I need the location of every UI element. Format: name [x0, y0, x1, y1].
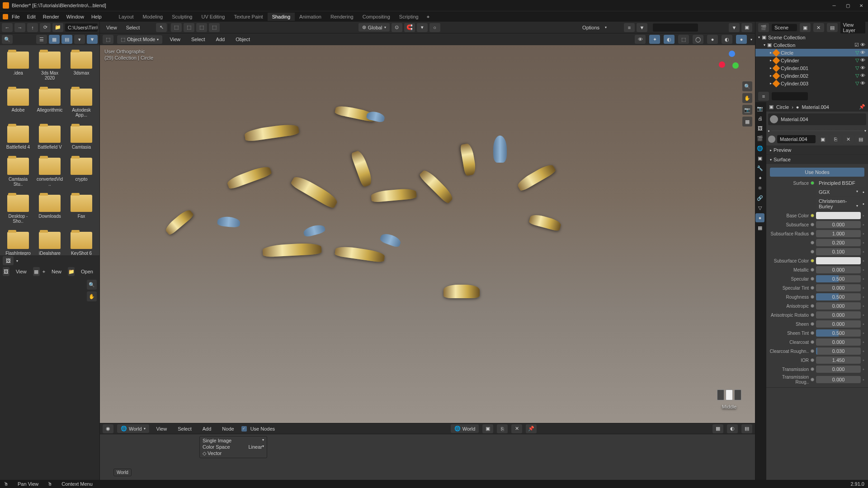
- folder-item[interactable]: Desktop - Sho..: [4, 192, 33, 226]
- outliner-item[interactable]: ▸Cylinder.002▽👁: [755, 72, 868, 80]
- material-slot-list[interactable]: Material.004: [768, 113, 866, 125]
- keyframe-dot-icon[interactable]: •: [863, 249, 866, 254]
- tab-sculpting[interactable]: Sculpting: [167, 13, 197, 21]
- tab-render-icon[interactable]: 📷: [755, 104, 764, 113]
- use-nodes-button[interactable]: Use Nodes: [770, 168, 864, 177]
- nav-gizmo[interactable]: [719, 51, 746, 78]
- tab-compositing[interactable]: Compositing: [358, 13, 395, 21]
- value-slider[interactable]: 0.030: [816, 347, 861, 355]
- properties-search[interactable]: [772, 92, 808, 100]
- display-grid-icon[interactable]: ▦: [49, 35, 60, 44]
- copy-world-icon[interactable]: ⎘: [497, 424, 508, 433]
- socket-icon[interactable]: [811, 214, 814, 217]
- socket-icon[interactable]: [811, 331, 814, 335]
- socket-icon[interactable]: [811, 295, 814, 299]
- value-slider[interactable]: 0.000: [816, 221, 861, 228]
- view-menu[interactable]: View: [103, 23, 121, 32]
- xray-icon[interactable]: ⬚: [678, 35, 689, 44]
- socket-icon[interactable]: [811, 313, 814, 317]
- keyframe-dot-icon[interactable]: •: [863, 303, 866, 309]
- zoom-viewport-icon[interactable]: 🔍: [742, 81, 752, 91]
- path-input[interactable]: C:\Users\Tim\Docume...: [65, 23, 98, 32]
- select-mode-1-icon[interactable]: ⬚: [171, 23, 182, 32]
- pivot-icon[interactable]: ⊙: [392, 23, 402, 32]
- cursor-tool-icon[interactable]: ↖: [156, 23, 167, 32]
- eye-icon[interactable]: 👁: [860, 42, 865, 48]
- folder-item[interactable]: Battlefield 4: [4, 123, 33, 152]
- value-slider[interactable]: 0.000: [816, 284, 861, 291]
- mode-dropdown[interactable]: ⬚Object Mode▾: [117, 35, 162, 44]
- tab-texture-icon[interactable]: ▦: [755, 223, 764, 232]
- eye-icon[interactable]: 👁: [860, 80, 865, 86]
- keyframe-dot-icon[interactable]: •: [863, 213, 866, 218]
- outliner-item[interactable]: ▸Circle▽👁: [755, 49, 868, 56]
- shade-render-icon[interactable]: ●: [736, 35, 747, 44]
- folder-item[interactable]: Allegorithmic: [35, 86, 64, 120]
- socket-icon[interactable]: [811, 277, 814, 281]
- image-view-menu[interactable]: View: [12, 267, 30, 276]
- view-menu-vp[interactable]: View: [166, 35, 184, 43]
- keyframe-dot-icon[interactable]: •: [863, 312, 866, 318]
- value-slider[interactable]: 1.450: [816, 357, 861, 364]
- tab-output-icon[interactable]: 🖨: [755, 114, 764, 123]
- subsurface-method-dropdown[interactable]: Christensen-Burley▾: [816, 197, 861, 210]
- object-menu-vp[interactable]: Object: [232, 35, 254, 43]
- keyframe-dot-icon[interactable]: •: [863, 321, 866, 327]
- new-material-icon[interactable]: ▣: [817, 135, 828, 144]
- folder-item[interactable]: Adobe: [4, 86, 33, 120]
- use-nodes-checkbox[interactable]: ✓: [241, 426, 247, 432]
- keyframe-dot-icon[interactable]: •: [863, 276, 866, 282]
- back-button[interactable]: ←: [2, 23, 13, 32]
- socket-icon[interactable]: [811, 340, 814, 344]
- perspective-icon[interactable]: ▦: [742, 117, 752, 127]
- select-mode-4-icon[interactable]: ⬚: [209, 23, 220, 32]
- socket-icon[interactable]: [811, 241, 814, 244]
- folder-item[interactable]: FlashIntegro: [4, 229, 33, 255]
- value-slider[interactable]: 1.000: [816, 230, 861, 237]
- viewlayer-name[interactable]: View Layer: [840, 21, 866, 34]
- tab-data-icon[interactable]: ▽: [755, 203, 764, 212]
- keyframe-dot-icon[interactable]: •: [863, 294, 866, 300]
- folder-item[interactable]: Downloads: [35, 192, 64, 226]
- node-add-menu[interactable]: Add: [199, 425, 215, 433]
- new-collection-icon[interactable]: ▣: [741, 23, 752, 32]
- node-select-menu[interactable]: Select: [174, 425, 195, 433]
- node-view-menu[interactable]: View: [153, 425, 171, 433]
- pan-icon[interactable]: ✋: [87, 291, 97, 301]
- outliner[interactable]: ▾ ▣ Scene Collection ▾ ▣ Collection ☑👁 ▸…: [755, 33, 868, 90]
- socket-icon[interactable]: [811, 367, 814, 371]
- selectability-icon[interactable]: 👁: [635, 35, 646, 44]
- value-slider[interactable]: 0.000: [816, 311, 861, 319]
- material-name-input[interactable]: Material.004: [777, 135, 816, 143]
- value-slider[interactable]: 0.500: [816, 329, 861, 337]
- shade-solid-icon[interactable]: ●: [707, 35, 718, 44]
- menu-help[interactable]: Help: [88, 13, 105, 21]
- menu-file[interactable]: File: [8, 13, 24, 21]
- color-swatch[interactable]: [816, 212, 861, 219]
- value-slider[interactable]: 0.500: [816, 275, 861, 282]
- node-node-menu[interactable]: Node: [218, 425, 237, 433]
- socket-icon[interactable]: [811, 181, 814, 185]
- editor-type-shader-icon[interactable]: ◉: [103, 424, 113, 433]
- shade-wire-icon[interactable]: ◯: [693, 35, 703, 44]
- value-slider[interactable]: 0.200: [816, 239, 861, 246]
- keyframe-dot-icon[interactable]: •: [863, 258, 866, 263]
- copy-material-icon[interactable]: ⎘: [830, 135, 841, 144]
- socket-icon[interactable]: [811, 322, 814, 326]
- image-mode-icon[interactable]: 🖼: [3, 267, 9, 276]
- socket-icon[interactable]: [811, 268, 814, 272]
- display-thumb-icon[interactable]: ▤: [61, 35, 72, 44]
- gizmo-icon[interactable]: ✦: [649, 35, 660, 44]
- keyframe-dot-icon[interactable]: •: [863, 267, 866, 272]
- minimize-button[interactable]: ─: [830, 1, 838, 9]
- outliner-item[interactable]: ▸Cylinder.001▽👁: [755, 64, 868, 72]
- node-wrangler-icon[interactable]: ▤: [855, 135, 866, 144]
- menu-render[interactable]: Render: [39, 13, 63, 21]
- 3d-viewport[interactable]: User Orthographic (29) Collection | Circ…: [100, 45, 755, 423]
- pin-icon[interactable]: 📌: [526, 424, 537, 433]
- up-button[interactable]: ↑: [27, 23, 38, 32]
- tab-scene-icon[interactable]: 🎬: [755, 134, 764, 143]
- folder-item[interactable]: 3ds Max 2020: [35, 49, 64, 83]
- folder-item[interactable]: convertedVid..: [35, 155, 64, 189]
- tab-uv-editing[interactable]: UV Editing: [197, 13, 229, 21]
